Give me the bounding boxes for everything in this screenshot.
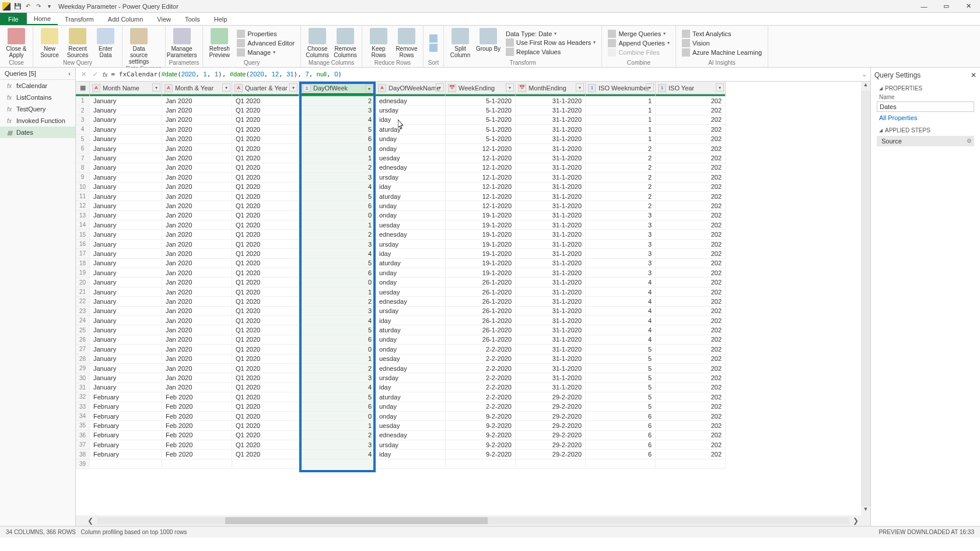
cell[interactable]: January (90, 316, 162, 325)
cell[interactable]: Jan 2020 (162, 135, 232, 144)
cell[interactable]: 31-1-2020 (516, 345, 586, 354)
cell[interactable]: 202 (656, 192, 726, 201)
cell[interactable]: 3 (586, 220, 656, 230)
cell[interactable]: Jan 2020 (162, 278, 232, 287)
vision-button[interactable]: Vision (680, 38, 764, 48)
cell[interactable]: 6 (586, 431, 656, 440)
sort-desc-button[interactable] (427, 43, 440, 52)
cell[interactable]: 202 (656, 383, 726, 392)
cell[interactable]: Q1 2020 (232, 211, 299, 220)
formula-expand-icon[interactable]: ⌄ (862, 71, 867, 78)
cell[interactable] (516, 459, 586, 469)
cell[interactable]: 31-1-2020 (516, 135, 586, 144)
cell[interactable]: 19-1-2020 (446, 268, 516, 278)
cell[interactable]: aturday (376, 325, 446, 335)
cell[interactable]: 2 (586, 201, 656, 210)
cell[interactable]: 202 (656, 211, 726, 220)
row-number[interactable]: 36 (76, 431, 90, 440)
cell[interactable]: 2 (299, 96, 376, 106)
row-number[interactable]: 37 (76, 440, 90, 450)
cell[interactable]: January (90, 268, 162, 278)
cell[interactable]: 31-1-2020 (516, 96, 586, 106)
cell[interactable]: 202 (656, 268, 726, 278)
cell[interactable]: 29-2-2020 (516, 412, 586, 421)
select-all-corner[interactable]: ▦ (76, 82, 90, 94)
cell[interactable]: Feb 2020 (162, 402, 232, 412)
use-first-row-button[interactable]: Use First Row as Headers▾ (503, 38, 598, 47)
cell[interactable]: Jan 2020 (162, 106, 232, 115)
cell[interactable]: 2 (299, 364, 376, 373)
cell[interactable]: 5 (586, 373, 656, 382)
cell[interactable]: 202 (656, 307, 726, 316)
cell[interactable]: 3 (586, 268, 656, 278)
row-number[interactable]: 39 (76, 459, 90, 469)
cell[interactable]: 202 (656, 259, 726, 268)
cell[interactable]: Jan 2020 (162, 96, 232, 106)
cell[interactable]: 26-1-2020 (446, 335, 516, 345)
cell[interactable]: Q1 2020 (232, 96, 299, 106)
cell[interactable]: iday (376, 249, 446, 258)
cell[interactable]: 12-1-2020 (446, 153, 516, 163)
cell[interactable]: Q1 2020 (232, 307, 299, 316)
cell[interactable]: 31-1-2020 (516, 230, 586, 239)
data-type-dropdown[interactable]: Data Type: Date▾ (503, 30, 598, 38)
cell[interactable]: January (90, 201, 162, 210)
remove-columns-button[interactable]: Remove Columns (332, 27, 358, 59)
row-number[interactable]: 26 (76, 335, 90, 345)
cell[interactable]: onday (376, 278, 446, 287)
cell[interactable]: 3 (299, 240, 376, 249)
cell[interactable]: Jan 2020 (162, 192, 232, 201)
cell[interactable]: 202 (656, 431, 726, 440)
cell[interactable]: 6 (299, 402, 376, 412)
cell[interactable]: ednesday (376, 297, 446, 306)
cell[interactable]: 31-1-2020 (516, 259, 586, 268)
cell[interactable]: 31-1-2020 (516, 211, 586, 220)
cell[interactable]: Feb 2020 (162, 412, 232, 421)
cell[interactable]: Jan 2020 (162, 211, 232, 220)
cell[interactable]: 26-1-2020 (446, 287, 516, 297)
cell[interactable]: 31-1-2020 (516, 325, 586, 335)
tab-transform[interactable]: Transform (58, 13, 101, 25)
cell[interactable]: Jan 2020 (162, 325, 232, 335)
row-number[interactable]: 23 (76, 307, 90, 316)
cell[interactable]: 2-2-2020 (446, 345, 516, 354)
sort-asc-button[interactable] (427, 34, 440, 43)
cell[interactable]: Q1 2020 (232, 192, 299, 201)
cell[interactable]: 5 (299, 325, 376, 335)
group-by-button[interactable]: Group By (475, 27, 501, 59)
manage-button[interactable]: Manage▾ (235, 48, 297, 57)
formula-accept-icon[interactable]: ✓ (91, 71, 99, 78)
row-number[interactable]: 7 (76, 153, 90, 163)
cell[interactable]: 31-1-2020 (516, 307, 586, 316)
cell[interactable]: 26-1-2020 (446, 307, 516, 316)
type-icon[interactable]: 1 (303, 84, 311, 92)
cell[interactable]: January (90, 278, 162, 287)
cell[interactable]: Feb 2020 (162, 440, 232, 450)
cell[interactable]: iday (376, 450, 446, 459)
column-header-quarter-year[interactable]: AQuarter & Year▾ (232, 82, 299, 94)
cell[interactable]: 4 (586, 335, 656, 345)
cell[interactable]: 12-1-2020 (446, 173, 516, 182)
cell[interactable]: 202 (656, 240, 726, 249)
row-number[interactable]: 16 (76, 240, 90, 249)
cell[interactable]: Q1 2020 (232, 392, 299, 402)
cell[interactable]: 3 (586, 240, 656, 249)
cell[interactable]: 31-1-2020 (516, 355, 586, 364)
cell[interactable]: Q1 2020 (232, 268, 299, 278)
cell[interactable]: 202 (656, 440, 726, 450)
split-column-button[interactable]: Split Column (447, 27, 473, 59)
cell[interactable]: 202 (656, 153, 726, 163)
cell[interactable]: 4 (586, 287, 656, 297)
fx-icon[interactable]: fx (103, 71, 108, 78)
row-number[interactable]: 25 (76, 325, 90, 335)
cell[interactable]: 6 (299, 335, 376, 345)
cell[interactable]: iday (376, 115, 446, 125)
cell[interactable]: Jan 2020 (162, 345, 232, 354)
collapse-queries-icon[interactable]: ‹ (68, 70, 71, 77)
cell[interactable]: 19-1-2020 (446, 230, 516, 239)
cell[interactable]: aturday (376, 392, 446, 402)
row-number[interactable]: 33 (76, 402, 90, 412)
cell[interactable]: 1 (586, 115, 656, 125)
cell[interactable]: 12-1-2020 (446, 183, 516, 192)
row-number[interactable]: 15 (76, 230, 90, 239)
